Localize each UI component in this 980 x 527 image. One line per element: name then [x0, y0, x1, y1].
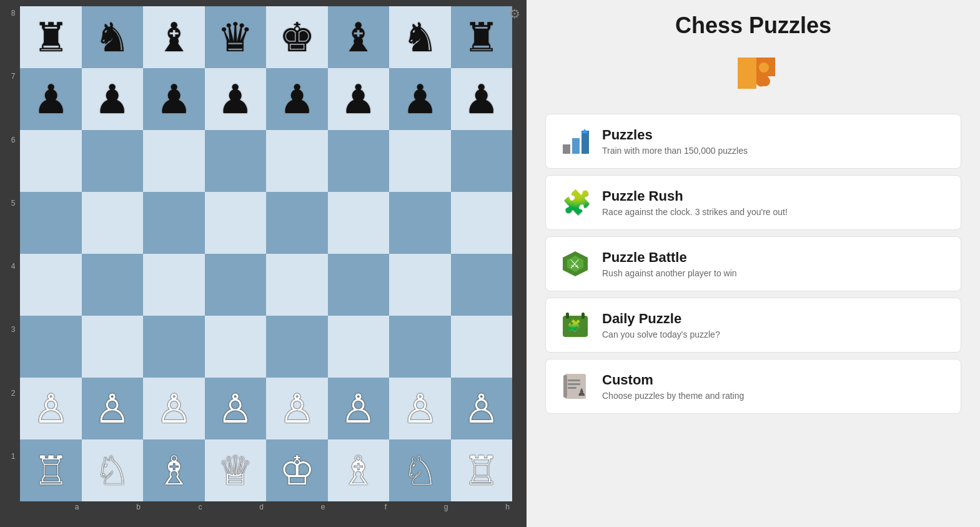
square[interactable]: [82, 316, 144, 378]
square[interactable]: ♟: [143, 68, 205, 130]
square[interactable]: [328, 254, 390, 316]
daily-puzzle-icon: 🧩: [558, 308, 592, 342]
square[interactable]: [205, 254, 267, 316]
square[interactable]: [451, 316, 513, 378]
square[interactable]: ♖: [451, 439, 513, 501]
svg-text:♟: ♟: [577, 387, 586, 398]
puzzle-icon-area: [545, 45, 961, 101]
square[interactable]: [143, 130, 205, 192]
square[interactable]: [389, 316, 451, 378]
square[interactable]: [143, 254, 205, 316]
square[interactable]: ♙: [451, 378, 513, 439]
chess-piece: ♙: [279, 389, 315, 429]
square[interactable]: [82, 254, 144, 316]
svg-rect-2: [563, 144, 570, 154]
chess-piece: ♘: [402, 451, 438, 491]
square[interactable]: ♗: [328, 439, 390, 501]
square[interactable]: ♟: [328, 68, 390, 130]
chess-piece: ♕: [217, 451, 253, 491]
puzzle-card-custom[interactable]: ♟ CustomChoose puzzles by theme and rati…: [545, 359, 961, 414]
square[interactable]: [205, 130, 267, 192]
square[interactable]: [328, 130, 390, 192]
square[interactable]: [266, 130, 328, 192]
square[interactable]: ♘: [82, 439, 144, 501]
square[interactable]: ♟: [389, 68, 451, 130]
puzzle-card-daily-puzzle[interactable]: 🧩 Daily PuzzleCan you solve today's puzz…: [545, 298, 961, 353]
puzzle-battle-text: Puzzle BattleRush against another player…: [602, 249, 948, 278]
square[interactable]: [328, 192, 390, 254]
square[interactable]: [143, 316, 205, 378]
puzzle-card-puzzle-battle[interactable]: ⚔ Puzzle BattleRush against another play…: [545, 236, 961, 291]
square[interactable]: [328, 316, 390, 378]
chessboard-wrapper: 8 7 6 5 4 3 2 1 ♜♞♝♛♚♝♞♜♟♟♟♟♟♟♟♟♙♙♙♙♙♙♙♙…: [6, 6, 520, 521]
chess-piece: ♜: [463, 18, 499, 58]
square[interactable]: ♘: [389, 439, 451, 501]
square[interactable]: ♟: [82, 68, 144, 130]
square[interactable]: [266, 254, 328, 316]
square[interactable]: ♗: [143, 439, 205, 501]
square[interactable]: [205, 316, 267, 378]
daily-puzzle-title: Daily Puzzle: [602, 311, 948, 327]
puzzle-battle-desc: Rush against another player to win: [602, 268, 948, 278]
square[interactable]: ♟: [20, 68, 82, 130]
square[interactable]: [451, 254, 513, 316]
square[interactable]: ♟: [451, 68, 513, 130]
square[interactable]: ♙: [328, 378, 390, 439]
svg-text:🧩: 🧩: [562, 188, 591, 217]
square[interactable]: ♞: [389, 6, 451, 68]
square[interactable]: ♜: [451, 6, 513, 68]
square[interactable]: [82, 130, 144, 192]
square[interactable]: [266, 192, 328, 254]
chessboard[interactable]: ♜♞♝♛♚♝♞♜♟♟♟♟♟♟♟♟♙♙♙♙♙♙♙♙♖♘♗♕♔♗♘♖: [20, 6, 512, 501]
square[interactable]: ♚: [266, 6, 328, 68]
square[interactable]: ♕: [205, 439, 267, 501]
square[interactable]: [389, 192, 451, 254]
chess-piece: ♟: [156, 79, 192, 119]
square[interactable]: [451, 192, 513, 254]
square[interactable]: [389, 130, 451, 192]
square[interactable]: [20, 316, 82, 378]
puzzle-card-puzzles[interactable]: PuzzlesTrain with more than 150,000 puzz…: [545, 114, 961, 169]
square[interactable]: [143, 192, 205, 254]
square[interactable]: [20, 192, 82, 254]
custom-text: CustomChoose puzzles by theme and rating: [602, 372, 948, 401]
chess-piece: ♘: [94, 451, 130, 491]
square[interactable]: ♟: [266, 68, 328, 130]
puzzle-battle-icon: ⚔: [558, 247, 592, 281]
rank-8: 8: [6, 6, 20, 69]
square[interactable]: ♝: [143, 6, 205, 68]
chess-piece: ♙: [156, 389, 192, 429]
svg-text:⚔: ⚔: [569, 257, 580, 271]
chess-piece: ♗: [340, 451, 376, 491]
square[interactable]: ♙: [266, 378, 328, 439]
square[interactable]: ♙: [82, 378, 144, 439]
square[interactable]: [20, 130, 82, 192]
settings-icon[interactable]: ⚙: [509, 6, 520, 21]
square[interactable]: ♙: [20, 378, 82, 439]
square[interactable]: ♙: [205, 378, 267, 439]
svg-rect-16: [568, 379, 580, 381]
square[interactable]: ♙: [389, 378, 451, 439]
square[interactable]: [389, 254, 451, 316]
chess-piece: ♚: [279, 18, 315, 58]
square[interactable]: [205, 192, 267, 254]
square[interactable]: ♔: [266, 439, 328, 501]
square[interactable]: [451, 130, 513, 192]
square[interactable]: [82, 192, 144, 254]
puzzle-card-puzzle-rush[interactable]: 🧩 Puzzle RushRace against the clock. 3 s…: [545, 175, 961, 230]
square[interactable]: ♜: [20, 6, 82, 68]
square[interactable]: ♞: [82, 6, 144, 68]
rank-5: 5: [6, 196, 20, 259]
chess-piece: ♞: [402, 18, 438, 58]
square[interactable]: ♖: [20, 439, 82, 501]
chess-piece: ♟: [33, 79, 69, 119]
square[interactable]: [20, 254, 82, 316]
square[interactable]: ♟: [205, 68, 267, 130]
square[interactable]: ♙: [143, 378, 205, 439]
square[interactable]: [266, 316, 328, 378]
square[interactable]: ♝: [328, 6, 390, 68]
chess-piece: ♝: [156, 18, 192, 58]
chess-piece: ♜: [33, 18, 69, 58]
square[interactable]: ♛: [205, 6, 267, 68]
puzzle-rush-text: Puzzle RushRace against the clock. 3 str…: [602, 188, 948, 217]
